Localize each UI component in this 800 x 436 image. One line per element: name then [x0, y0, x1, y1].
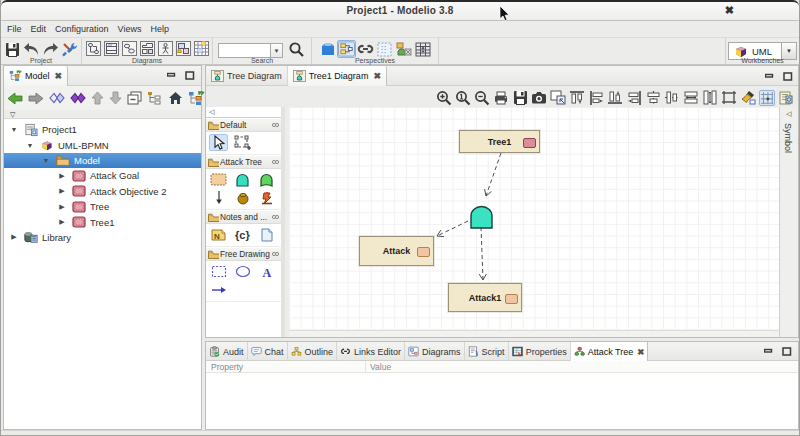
palette-group-free-drawing[interactable]: Free Drawing	[206, 247, 281, 261]
same-height-icon[interactable]	[702, 90, 718, 106]
save-image-icon[interactable]	[512, 90, 528, 106]
column-value[interactable]: Value	[366, 362, 391, 372]
actor-diagram-icon[interactable]	[158, 41, 173, 56]
tree-item-project1[interactable]: ▼Project1	[4, 122, 201, 137]
connector-arrow-icon[interactable]	[209, 189, 228, 206]
expander-expanded-icon[interactable]: ▼	[10, 126, 18, 133]
menu-views[interactable]: Views	[118, 24, 142, 34]
symbol-side-tab[interactable]: ◁ Symbol	[779, 107, 798, 337]
navigate-links-icon[interactable]	[70, 89, 86, 107]
matrix-icon[interactable]	[194, 41, 209, 56]
bottom-tab-close-icon[interactable]: ✖	[637, 347, 644, 357]
tab-model[interactable]: Model ✖	[4, 66, 68, 86]
select-cursor-icon[interactable]	[209, 134, 228, 151]
palette-group-attack-tree[interactable]: Attack Tree	[206, 155, 281, 169]
marquee-icon[interactable]	[233, 134, 252, 151]
tree-item-tree[interactable]: ▶Tree	[4, 199, 201, 214]
constraint-icon[interactable]: {c}	[233, 226, 252, 243]
expander-expanded-icon[interactable]: ▼	[26, 142, 34, 149]
composite-diagram-icon[interactable]	[176, 41, 191, 56]
screenshot-icon[interactable]	[531, 90, 547, 106]
menu-edit[interactable]: Edit	[31, 24, 47, 34]
diagram-canvas[interactable]: Tree1AttackAttack1	[289, 107, 779, 330]
align-bottom-icon[interactable]	[607, 90, 623, 106]
bottom-tab-audit[interactable]: Audit	[206, 342, 248, 361]
link-with-editor-icon[interactable]	[147, 89, 163, 107]
document-icon[interactable]	[257, 226, 276, 243]
sync-tree-icon[interactable]	[188, 89, 205, 107]
expander-expanded-icon[interactable]: ▼	[42, 157, 50, 164]
draw-ellipse-icon[interactable]	[233, 263, 252, 280]
home-icon[interactable]	[168, 89, 183, 107]
tree-item-model[interactable]: ▼Model	[4, 153, 201, 168]
center-horizontal-icon[interactable]	[664, 90, 680, 106]
and-gate-icon[interactable]	[233, 171, 252, 188]
expander-collapsed-icon[interactable]: ▶	[58, 172, 66, 180]
canvas-hscrollbar[interactable]	[289, 330, 779, 337]
draw-rectangle-icon[interactable]	[209, 263, 228, 280]
expander-collapsed-icon[interactable]: ▶	[58, 187, 66, 195]
symbol-collapse-icon[interactable]: ◁	[786, 110, 791, 118]
diagram-node-attack1[interactable]: Attack1	[448, 283, 522, 312]
pin-icon[interactable]	[272, 251, 279, 257]
tools-icon[interactable]	[60, 40, 79, 58]
draw-text-icon[interactable]: A	[257, 263, 276, 280]
save-icon[interactable]	[3, 40, 22, 58]
search-input[interactable]	[218, 43, 270, 58]
fit-to-selection-icon[interactable]	[550, 90, 566, 106]
editor-tab-tree1-diagram[interactable]: Tree1 Diagram✖	[288, 66, 387, 86]
operator-icon[interactable]	[233, 189, 252, 206]
table-perspective-icon[interactable]	[413, 40, 432, 58]
search-icon[interactable]	[287, 40, 306, 58]
grid-perspective-icon[interactable]	[375, 40, 394, 58]
bottom-tab-links-editor[interactable]: Links Editor	[337, 342, 405, 361]
activity-diagram-icon[interactable]	[86, 41, 101, 56]
align-right-icon[interactable]	[626, 90, 642, 106]
menu-help[interactable]: Help	[150, 24, 169, 34]
bottom-maximize-button[interactable]	[781, 346, 792, 356]
editor-tab-close-icon[interactable]: ✖	[373, 71, 381, 81]
milestone-icon[interactable]	[257, 189, 276, 206]
collapse-all-icon[interactable]	[127, 89, 142, 107]
menu-file[interactable]: File	[7, 24, 22, 34]
or-gate-icon[interactable]	[257, 171, 276, 188]
bottom-tab-script[interactable]: Script	[465, 342, 509, 361]
tree-item-uml-bpmn[interactable]: ▼UML-BPMN	[4, 137, 201, 152]
diagram-node-tree1[interactable]: Tree1	[459, 130, 540, 153]
forward-icon[interactable]	[28, 89, 44, 107]
class-diagram-icon[interactable]	[104, 41, 119, 56]
align-top-icon[interactable]	[569, 90, 585, 106]
bottom-tab-chat[interactable]: Chat	[248, 342, 288, 361]
bottom-minimize-button[interactable]	[763, 346, 774, 356]
print-icon[interactable]	[493, 90, 509, 106]
palette-group-notes-and-[interactable]: Notes and ...	[206, 210, 281, 224]
back-icon[interactable]	[7, 89, 23, 107]
package-diagram-icon[interactable]	[140, 41, 155, 56]
same-width-icon[interactable]	[683, 90, 699, 106]
pin-icon[interactable]	[272, 122, 279, 128]
palette-collapse-icon[interactable]: ◁	[209, 108, 214, 116]
related-elements-icon[interactable]	[49, 89, 65, 107]
links-perspective-icon[interactable]	[356, 40, 375, 58]
move-down-icon[interactable]	[109, 89, 122, 107]
zoom-original-icon[interactable]	[455, 90, 471, 106]
search-dropdown-icon[interactable]: ▼	[270, 43, 283, 58]
titlebar[interactable]: Project1 - Modelio 3.8 ✖	[1, 0, 799, 21]
zoom-in-icon[interactable]	[436, 90, 452, 106]
pin-icon[interactable]	[272, 214, 279, 220]
bottom-tab-attack-tree[interactable]: Attack Tree✖	[571, 342, 649, 361]
draw-line-icon[interactable]	[209, 281, 228, 298]
bottom-tab-outline[interactable]: Outline	[288, 342, 338, 361]
attack-node-icon[interactable]	[209, 171, 228, 188]
model-perspective-icon[interactable]	[337, 40, 356, 58]
model-maximize-button[interactable]	[184, 70, 195, 80]
diagram-node-and-gate[interactable]	[470, 205, 493, 229]
fit-frame-icon[interactable]	[721, 90, 737, 106]
editor-maximize-button[interactable]	[782, 71, 793, 81]
page-setup-icon[interactable]	[778, 90, 794, 106]
undo-icon[interactable]	[22, 40, 41, 58]
expander-collapsed-icon[interactable]: ▶	[10, 233, 18, 241]
note-icon[interactable]: N	[209, 226, 228, 243]
bottom-tab-diagrams[interactable]: Diagrams	[405, 342, 465, 361]
column-property[interactable]: Property	[206, 361, 366, 372]
